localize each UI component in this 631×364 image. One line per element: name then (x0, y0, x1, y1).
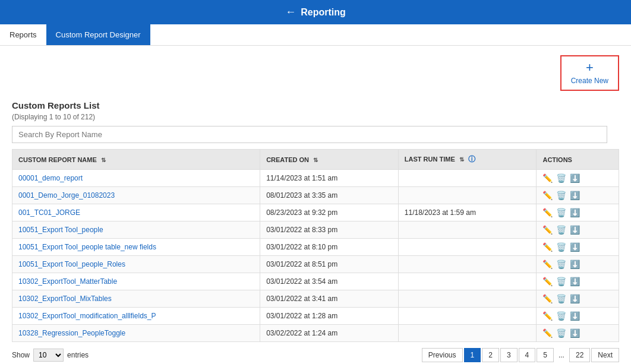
search-input[interactable] (12, 126, 607, 143)
edit-icon[interactable]: ✏️ (542, 191, 553, 200)
page-4-button[interactable]: 4 (519, 348, 536, 362)
top-header: ← Reporting (0, 0, 631, 24)
actions-cell: ✏️ 🗑️ ⬇️ (537, 170, 619, 187)
table-row: 10302_ExportTool_MixTables03/01/2022 at … (12, 290, 619, 308)
delete-icon[interactable]: 🗑️ (556, 242, 566, 252)
report-name-link[interactable]: 10302_ExportTool_MixTables (18, 295, 112, 303)
delete-icon[interactable]: 🗑️ (556, 294, 566, 303)
back-arrow-icon[interactable]: ← (285, 6, 296, 18)
actions-cell: ✏️ 🗑️ ⬇️ (537, 221, 619, 239)
entries-select[interactable]: 10 25 50 100 (33, 349, 64, 362)
edit-icon[interactable]: ✏️ (542, 242, 553, 252)
edit-icon[interactable]: ✏️ (542, 311, 553, 321)
download-icon[interactable]: ⬇️ (570, 173, 580, 183)
table-row: 10302_ExportTool_modification_alllfields… (12, 308, 619, 325)
actions-cell: ✏️ 🗑️ ⬇️ (537, 187, 619, 204)
edit-icon[interactable]: ✏️ (542, 294, 553, 303)
download-icon[interactable]: ⬇️ (570, 311, 580, 321)
show-entries: Show 10 25 50 100 entries (12, 349, 89, 362)
page-1-button[interactable]: 1 (464, 348, 481, 362)
table-row: 00001_demo_report11/14/2023 at 1:51 am ✏… (12, 170, 619, 187)
download-icon[interactable]: ⬇️ (570, 259, 580, 269)
report-name-link[interactable]: 10302_ExportTool_MatterTable (18, 277, 117, 286)
delete-icon[interactable]: 🗑️ (556, 173, 566, 183)
created-on-cell: 03/01/2022 at 8:33 pm (260, 221, 399, 239)
last-page-button[interactable]: 22 (569, 348, 590, 362)
page-5-button[interactable]: 5 (537, 348, 554, 362)
table-row: 0001_Demo_Jorge_0108202308/01/2023 at 3:… (12, 187, 619, 204)
entries-label: entries (67, 351, 89, 359)
create-new-button[interactable]: + Create New (560, 55, 619, 91)
plus-icon: + (586, 61, 594, 74)
actions-cell: ✏️ 🗑️ ⬇️ (537, 290, 619, 308)
created-on-cell: 03/01/2022 at 8:10 pm (260, 239, 399, 256)
actions-cell: ✏️ 🗑️ ⬇️ (537, 256, 619, 273)
next-page-button[interactable]: Next (591, 348, 619, 362)
show-label: Show (12, 351, 30, 359)
page-3-button[interactable]: 3 (500, 348, 518, 362)
report-name-link[interactable]: 10051_Export Tool_people (18, 226, 103, 234)
table-row: 10051_Export Tool_people_Roles03/01/2022… (12, 256, 619, 273)
edit-icon[interactable]: ✏️ (542, 225, 553, 235)
download-icon[interactable]: ⬇️ (570, 191, 580, 200)
report-name-link[interactable]: 10051_Export Tool_people_Roles (18, 260, 125, 268)
header-title: Reporting (301, 7, 346, 18)
delete-icon[interactable]: 🗑️ (556, 277, 566, 286)
last-run-time-cell (398, 239, 537, 256)
download-icon[interactable]: ⬇️ (570, 328, 580, 338)
created-on-cell: 03/01/2022 at 3:54 am (260, 273, 399, 290)
actions-cell: ✏️ 🗑️ ⬇️ (537, 325, 619, 342)
actions-cell: ✏️ 🗑️ ⬇️ (537, 239, 619, 256)
create-new-wrapper: + Create New (12, 55, 619, 91)
download-icon[interactable]: ⬇️ (570, 294, 580, 303)
actions-cell: ✏️ 🗑️ ⬇️ (537, 273, 619, 290)
last-run-time-cell (398, 290, 537, 308)
last-run-time-cell (398, 325, 537, 342)
last-run-time-cell (398, 170, 537, 187)
report-name-link[interactable]: 10302_ExportTool_modification_alllfields… (18, 312, 156, 320)
table-row: 10302_ExportTool_MatterTable03/01/2022 a… (12, 273, 619, 290)
created-on-cell: 08/23/2023 at 9:32 pm (260, 204, 399, 221)
created-on-cell: 11/14/2023 at 1:51 am (260, 170, 399, 187)
edit-icon[interactable]: ✏️ (542, 173, 553, 183)
created-on-cell: 03/01/2022 at 3:41 am (260, 290, 399, 308)
page-ellipsis: ... (555, 349, 568, 362)
delete-icon[interactable]: 🗑️ (556, 208, 566, 217)
download-icon[interactable]: ⬇️ (570, 208, 580, 217)
col-last-run-time[interactable]: LAST RUN TIME ⇅ ⓘ (398, 150, 537, 170)
last-run-time-cell: 11/18/2023 at 1:59 am (398, 204, 537, 221)
edit-icon[interactable]: ✏️ (542, 259, 553, 269)
report-name-link[interactable]: 10051_Export Tool_people table_new field… (18, 243, 156, 251)
delete-icon[interactable]: 🗑️ (556, 311, 566, 321)
edit-icon[interactable]: ✏️ (542, 277, 553, 286)
prev-page-button[interactable]: Previous (422, 348, 463, 362)
delete-icon[interactable]: 🗑️ (556, 225, 566, 235)
edit-icon[interactable]: ✏️ (542, 328, 553, 338)
tab-custom-report-designer[interactable]: Custom Report Designer (46, 24, 150, 45)
delete-icon[interactable]: 🗑️ (556, 259, 566, 269)
edit-icon[interactable]: ✏️ (542, 208, 553, 217)
page-2-button[interactable]: 2 (482, 348, 499, 362)
tab-reports[interactable]: Reports (0, 24, 46, 45)
table-header-row: CUSTOM REPORT NAME ⇅ CREATED ON ⇅ LAST R… (12, 150, 619, 170)
download-icon[interactable]: ⬇️ (570, 225, 580, 235)
download-icon[interactable]: ⬇️ (570, 277, 580, 286)
col-report-name[interactable]: CUSTOM REPORT NAME ⇅ (12, 150, 260, 170)
report-name-link[interactable]: 10328_Regression_PeopleToggle (18, 329, 125, 337)
last-run-time-cell (398, 256, 537, 273)
last-run-time-cell (398, 308, 537, 325)
created-on-cell: 03/01/2022 at 8:51 pm (260, 256, 399, 273)
delete-icon[interactable]: 🗑️ (556, 191, 566, 200)
report-name-link[interactable]: 001_TC01_JORGE (18, 208, 80, 217)
last-run-time-cell (398, 187, 537, 204)
col-created-on[interactable]: CREATED ON ⇅ (260, 150, 399, 170)
main-content: + Create New Custom Reports List (Displa… (0, 46, 631, 364)
created-on-cell: 03/02/2022 at 1:24 am (260, 325, 399, 342)
table-row: 10051_Export Tool_people03/01/2022 at 8:… (12, 221, 619, 239)
report-name-link[interactable]: 00001_demo_report (18, 174, 83, 182)
created-on-cell: 08/01/2023 at 3:35 am (260, 187, 399, 204)
delete-icon[interactable]: 🗑️ (556, 328, 566, 338)
report-name-link[interactable]: 0001_Demo_Jorge_01082023 (18, 191, 115, 200)
sort-icon-lastrun: ⇅ (459, 156, 464, 163)
download-icon[interactable]: ⬇️ (570, 242, 580, 252)
